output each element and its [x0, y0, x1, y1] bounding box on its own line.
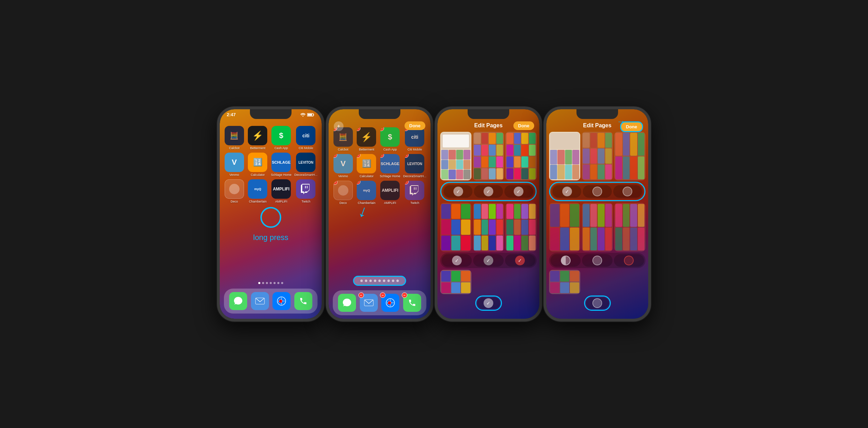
- single-check-inner-3[interactable]: ✓: [477, 298, 500, 309]
- checkbox-row-highlighted-3[interactable]: ✓ ✓ ✓: [440, 182, 537, 201]
- add-button-2[interactable]: +: [334, 121, 344, 131]
- minus-cashapp[interactable]: −: [380, 127, 384, 131]
- checkmark-6-3: ✓: [515, 256, 525, 265]
- blue-arrow-4: →: [617, 116, 626, 127]
- minus-chamberlain[interactable]: −: [357, 181, 361, 185]
- notch-2: [359, 109, 400, 119]
- page-thumb-5-4[interactable]: [582, 203, 613, 251]
- minus-schlage[interactable]: −: [380, 154, 384, 158]
- check-1-4[interactable]: ✓: [553, 185, 581, 198]
- page-thumb-6-4[interactable]: [614, 203, 645, 251]
- app-amplifi-2[interactable]: AMPLIFI AMPLIFI: [380, 181, 400, 205]
- page-thumb-7-4[interactable]: [549, 270, 580, 294]
- minus-calculator[interactable]: −: [357, 154, 361, 158]
- app-chamberlain-2[interactable]: − myQ Chamberlain: [356, 181, 377, 205]
- app-deco-2[interactable]: − Deco: [333, 181, 354, 205]
- page-thumb-2-4[interactable]: [582, 132, 613, 180]
- done-button-2[interactable]: Done: [405, 121, 426, 130]
- dock-safari-1[interactable]: [272, 292, 290, 310]
- page-dots-highlighted-2[interactable]: [353, 276, 406, 286]
- dot-7: [281, 282, 283, 284]
- app-betterment-1[interactable]: ⚡ Betterment: [248, 126, 268, 150]
- check-5-4[interactable]: [582, 254, 612, 267]
- app-chamberlain-1[interactable]: myQ Chamberlain: [248, 179, 268, 203]
- minus-twitch[interactable]: −: [405, 181, 409, 185]
- dock-1: [224, 289, 318, 314]
- check-1-3[interactable]: ✓: [444, 185, 472, 198]
- dock-messages-2[interactable]: [338, 294, 356, 312]
- app-venmo-2[interactable]: − V Venmo: [333, 154, 354, 178]
- minus-betterment[interactable]: −: [357, 127, 361, 131]
- dock-phone-1[interactable]: [294, 292, 312, 310]
- app-twitch-1[interactable]: Twitch: [294, 179, 318, 203]
- app-citi-1[interactable]: citi Citi Mobile: [294, 126, 318, 150]
- app-schlage-2[interactable]: − SCHLAGE Schlage Home: [380, 154, 400, 178]
- betterment-icon-1: ⚡: [248, 126, 267, 145]
- minus-deco[interactable]: −: [333, 181, 338, 185]
- schlage-label-2: Schlage Home: [380, 174, 400, 178]
- app-cashapp-1[interactable]: $ Cash App: [271, 126, 292, 150]
- app-grid-1: 🧮 Calcbot ⚡ Betterment $ Cash App: [224, 126, 318, 203]
- app-schlage-1[interactable]: SCHLAGE Schlage Home: [271, 153, 292, 177]
- app-citi-2[interactable]: − citi Citi Mobile: [403, 127, 426, 151]
- dock-mail-1[interactable]: [251, 292, 269, 310]
- check-6-3[interactable]: ✓: [505, 254, 535, 267]
- minus-mail-2[interactable]: −: [358, 292, 364, 298]
- app-cashapp-2[interactable]: − $ Cash App: [380, 127, 400, 151]
- page-thumb-4-3[interactable]: [440, 203, 471, 251]
- minus-phone-2[interactable]: −: [402, 292, 407, 298]
- check-2-3[interactable]: ✓: [474, 185, 503, 198]
- notch-4: [576, 109, 618, 119]
- app-venmo-1[interactable]: V Venmo: [224, 153, 245, 177]
- check-4-4[interactable]: [550, 254, 581, 267]
- app-calculator-2[interactable]: − 🔢 Calculator: [356, 154, 377, 178]
- page-thumb-7-3[interactable]: [440, 270, 471, 294]
- long-press-area: long press: [253, 207, 288, 242]
- checkmark-2-4: [592, 187, 602, 196]
- check-4-3[interactable]: ✓: [442, 254, 472, 267]
- page-thumb-4-4[interactable]: [549, 203, 580, 251]
- app-amplifi-1[interactable]: AMPLIFI AMPLIFI: [271, 179, 292, 203]
- page-thumb-1-3[interactable]: [440, 132, 471, 180]
- notch-1: [250, 109, 292, 119]
- app-leviton-1[interactable]: LEVITON DecoraSmartH...: [294, 153, 318, 177]
- checkbox-row-2-4: [549, 253, 645, 268]
- edit-pages-title-4: Edit Pages: [546, 122, 648, 129]
- app-calcbot-2[interactable]: − 🧮 Calcbot: [333, 127, 354, 151]
- app-twitch-2[interactable]: − Twitch: [403, 181, 426, 205]
- checkmark-6-4: [624, 256, 634, 265]
- citi-label-2: Citi Mobile: [407, 148, 422, 151]
- check-2-4[interactable]: [583, 185, 611, 198]
- dot-5: [274, 282, 276, 284]
- dock-messages-1[interactable]: [229, 292, 247, 310]
- check-3-3[interactable]: ✓: [504, 185, 533, 198]
- long-press-circle: [260, 207, 281, 228]
- app-calculator-1[interactable]: 🔢 Calculator: [248, 153, 268, 177]
- minus-venmo[interactable]: −: [333, 154, 337, 158]
- page-thumb-1-4[interactable]: [549, 132, 580, 180]
- deco-icon-1: [225, 179, 244, 199]
- page-thumb-3-4[interactable]: [614, 132, 645, 180]
- chamberlain-icon-2: − myQ: [357, 181, 376, 200]
- venmo-label-2: Venmo: [338, 174, 348, 178]
- check-3-4[interactable]: [613, 185, 642, 198]
- app-deco-1[interactable]: Deco: [224, 179, 245, 203]
- check-6-4[interactable]: [614, 254, 644, 267]
- leviton-label-1: DecoraSmartH...: [294, 173, 318, 177]
- checkmark-5-3: ✓: [484, 256, 493, 265]
- dot-6: [277, 282, 279, 284]
- page-row-2-4: [549, 203, 645, 251]
- app-leviton-2[interactable]: − LEVITON DecoraSmartH...: [403, 154, 426, 178]
- page-thumb-3-3[interactable]: [505, 132, 537, 180]
- page-thumb-2-3[interactable]: [473, 132, 504, 180]
- dock-2: − −: [333, 290, 426, 315]
- page-thumb-6-3[interactable]: [505, 203, 537, 251]
- minus-leviton[interactable]: −: [405, 154, 409, 158]
- check-5-3[interactable]: ✓: [473, 254, 503, 267]
- checkbox-row-highlighted-4[interactable]: ✓: [549, 182, 645, 201]
- app-betterment-2[interactable]: − ⚡ Betterment: [356, 127, 377, 151]
- single-check-inner-4[interactable]: [586, 298, 609, 309]
- app-calcbot-1[interactable]: 🧮 Calcbot: [224, 126, 245, 150]
- calcbot-label-2: Calcbot: [338, 148, 349, 151]
- page-thumb-5-3[interactable]: [473, 203, 504, 251]
